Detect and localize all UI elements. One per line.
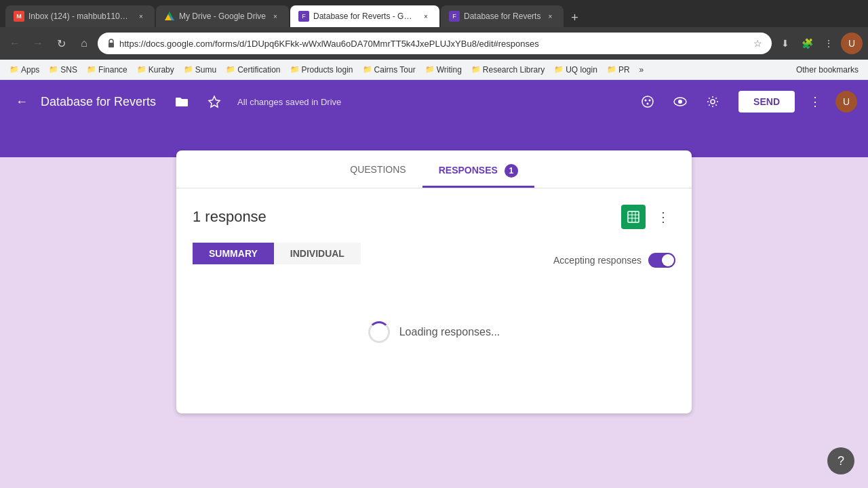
- extensions-icon[interactable]: 🧩: [797, 34, 816, 53]
- more-options-icon[interactable]: ⋮: [819, 34, 838, 53]
- tab-forms-2[interactable]: F Database for Reverts ×: [441, 5, 564, 27]
- tab-questions-label: QUESTIONS: [350, 164, 406, 175]
- star-button[interactable]: [202, 89, 226, 114]
- loading-spinner: [368, 321, 390, 343]
- tab-forms-active[interactable]: F Database for Reverts - Google F... ×: [290, 5, 439, 27]
- autosave-status: All changes saved in Drive: [237, 97, 341, 107]
- address-bar-row: ← → ↻ ⌂ https://docs.google.com/forms/d/…: [0, 27, 868, 60]
- back-to-forms-button[interactable]: ←: [11, 91, 33, 113]
- bookmarks-bar: 📁 Apps 📁 SNS 📁 Finance 📁 Kuraby 📁 Sumu 📁…: [0, 60, 868, 80]
- star-icon: [208, 95, 221, 108]
- bookmark-products-login[interactable]: 📁 Products login: [286, 64, 357, 76]
- response-more-button[interactable]: ⋮: [651, 205, 675, 229]
- preview-button[interactable]: [668, 89, 692, 114]
- close-tab-forms-active[interactable]: ×: [420, 11, 431, 22]
- responses-badge: 1: [505, 164, 518, 178]
- tab-questions[interactable]: QUESTIONS: [334, 156, 422, 188]
- svg-point-10: [678, 100, 682, 104]
- bookmark-label-writing: Writing: [437, 65, 462, 75]
- svg-point-5: [642, 96, 653, 107]
- bookmark-label-sns: SNS: [60, 65, 77, 75]
- summary-button[interactable]: SUMMARY: [193, 243, 274, 264]
- forward-button[interactable]: →: [28, 34, 47, 53]
- bookmark-uq-login[interactable]: 📁 UQ login: [550, 64, 601, 76]
- individual-button[interactable]: INDIVIDUAL: [274, 243, 361, 264]
- new-tab-button[interactable]: +: [565, 8, 584, 27]
- folder-icon-sns: 📁: [49, 65, 58, 74]
- svg-marker-4: [209, 96, 220, 107]
- bookmark-certification[interactable]: 📁 Certification: [222, 64, 284, 76]
- tab-title-forms-active: Database for Reverts - Google F...: [313, 12, 416, 21]
- url-text: https://docs.google.com/forms/d/1DUpq6KF…: [119, 39, 749, 49]
- bookmark-label-research-library: Research Library: [483, 65, 545, 75]
- bookmark-writing[interactable]: 📁 Writing: [421, 64, 466, 76]
- loading-text: Loading responses...: [399, 326, 500, 338]
- tab-title-forms-2: Database for Reverts: [464, 12, 540, 21]
- response-count: 1 response: [193, 208, 267, 226]
- bookmark-cairns-tour[interactable]: 📁 Cairns Tour: [359, 64, 420, 76]
- folder-button[interactable]: [170, 89, 194, 114]
- bookmark-pr[interactable]: 📁 PR: [603, 64, 634, 76]
- bookmark-sns[interactable]: 📁 SNS: [45, 64, 81, 76]
- svg-point-8: [647, 103, 649, 105]
- close-tab-forms-2[interactable]: ×: [545, 11, 555, 22]
- tab-responses[interactable]: RESPONSES 1: [422, 156, 534, 188]
- bookmark-label-cairns-tour: Cairns Tour: [374, 65, 416, 75]
- bookmark-sumu[interactable]: 📁 Sumu: [180, 64, 220, 76]
- bookmarks-more-button[interactable]: »: [635, 64, 648, 76]
- favicon-gmail: M: [14, 11, 24, 22]
- reload-button[interactable]: ↻: [52, 34, 71, 53]
- bookmark-label-uq-login: UQ login: [566, 65, 597, 75]
- bookmark-apps[interactable]: 📁 Apps: [5, 64, 43, 76]
- favicon-forms-active: F: [298, 11, 309, 22]
- bookmark-label-finance: Finance: [98, 65, 127, 75]
- bookmark-star[interactable]: ☆: [753, 38, 762, 49]
- more-options-button[interactable]: ⋮: [803, 89, 827, 114]
- folder-icon-pr: 📁: [607, 65, 616, 74]
- tab-title-gmail: Inbox (124) - mahbub1109@gm...: [28, 12, 132, 21]
- other-bookmarks[interactable]: Other bookmarks: [792, 64, 863, 76]
- home-button[interactable]: ⌂: [75, 34, 94, 53]
- bookmark-research-library[interactable]: 📁 Research Library: [467, 64, 549, 76]
- app-title: Database for Reverts: [41, 95, 156, 109]
- send-button[interactable]: SEND: [738, 91, 795, 113]
- bookmark-label-apps: Apps: [21, 65, 39, 75]
- tab-gmail[interactable]: M Inbox (124) - mahbub1109@gm... ×: [5, 5, 155, 27]
- address-bar[interactable]: https://docs.google.com/forms/d/1DUpq6KF…: [98, 33, 772, 54]
- profile-avatar[interactable]: U: [841, 33, 863, 54]
- svg-point-11: [711, 100, 715, 104]
- folder-icon-finance: 📁: [87, 65, 96, 74]
- tab-drive[interactable]: My Drive - Google Drive ×: [156, 5, 289, 27]
- settings-button[interactable]: [701, 89, 725, 114]
- close-tab-drive[interactable]: ×: [270, 11, 281, 22]
- close-tab-gmail[interactable]: ×: [136, 11, 146, 22]
- user-avatar[interactable]: U: [835, 91, 857, 113]
- app-header: ← Database for Reverts All changes saved…: [0, 80, 868, 123]
- bookmark-kuraby[interactable]: 📁 Kuraby: [133, 64, 178, 76]
- folder-icon-cairns-tour: 📁: [363, 65, 372, 74]
- folder-icon-kuraby: 📁: [137, 65, 146, 74]
- tab-responses-label: RESPONSES: [439, 165, 498, 176]
- view-toggle: SUMMARY INDIVIDUAL: [193, 243, 361, 264]
- lock-icon: [107, 39, 115, 48]
- download-icon[interactable]: ⬇: [776, 34, 795, 53]
- loading-area: Loading responses...: [193, 294, 675, 397]
- response-header-icons: ⋮: [621, 205, 675, 229]
- browser-chrome: M Inbox (124) - mahbub1109@gm... × My Dr…: [0, 0, 868, 80]
- bookmark-finance[interactable]: 📁 Finance: [83, 64, 132, 76]
- svg-rect-12: [628, 211, 639, 222]
- svg-point-7: [649, 100, 651, 102]
- bookmark-label-kuraby: Kuraby: [149, 65, 174, 75]
- svg-rect-3: [108, 43, 114, 47]
- palette-icon: [641, 95, 654, 108]
- back-button[interactable]: ←: [5, 34, 24, 53]
- help-button[interactable]: ?: [827, 447, 854, 474]
- main-content: QUESTIONS RESPONSES 1 1 response: [0, 157, 868, 441]
- palette-button[interactable]: [635, 89, 660, 114]
- accepting-toggle[interactable]: [648, 253, 675, 268]
- bookmark-label-products-login: Products login: [302, 65, 353, 75]
- spreadsheet-button[interactable]: [621, 205, 646, 229]
- form-tabs: QUESTIONS RESPONSES 1: [176, 150, 692, 188]
- bookmark-label-pr: PR: [618, 65, 630, 75]
- folder-icon-products-login: 📁: [290, 65, 300, 74]
